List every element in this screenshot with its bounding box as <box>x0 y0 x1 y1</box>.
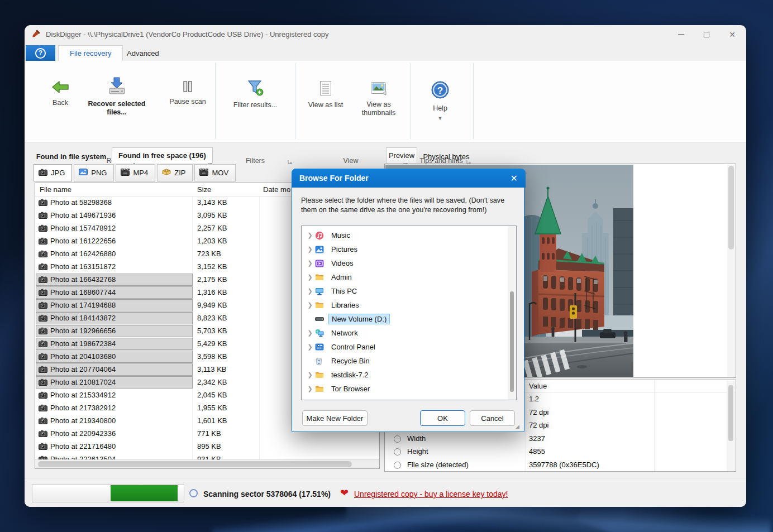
filter-results-button[interactable]: Filter results... <box>230 80 280 109</box>
maximize-button[interactable] <box>694 25 719 44</box>
menu-tabstrip: ? File recovery Advanced <box>25 45 746 61</box>
minimize-button[interactable] <box>668 25 694 44</box>
dialog-launcher-icon[interactable] <box>287 157 293 162</box>
column-header-value[interactable]: Value <box>529 382 547 390</box>
vertical-scrollbar[interactable] <box>727 381 735 471</box>
property-radio[interactable] <box>394 448 401 456</box>
chevron-right-icon[interactable]: ❯ <box>306 232 314 239</box>
recover-drive-icon <box>107 75 127 97</box>
recycle-bin-icon <box>315 357 325 365</box>
property-value: 72 dpi <box>529 421 548 429</box>
filetype-label: MOV <box>212 169 228 177</box>
chevron-right-icon[interactable]: ❯ <box>306 301 314 309</box>
dialog-title: Browse For Folder <box>299 174 501 183</box>
camera-icon <box>39 430 47 439</box>
tree-item-testdisk-7-2[interactable]: ❯testdisk-7.2 <box>302 368 516 382</box>
tree-item-videos[interactable]: ❯Videos <box>302 256 516 270</box>
tree-item-tor-browser[interactable]: ❯Tor Browser <box>302 382 516 396</box>
tree-item-admin[interactable]: ❯Admin <box>302 270 516 284</box>
tree-item-this-pc[interactable]: ❯This PC <box>302 284 516 298</box>
column-header-size[interactable]: Size <box>197 185 211 194</box>
chevron-down-icon: ▼ <box>438 116 443 121</box>
chevron-right-icon[interactable]: ❯ <box>306 343 314 351</box>
thumbnail-image-icon <box>370 81 388 98</box>
file-name: Photo at 161222656 <box>50 237 116 245</box>
tree-item-pictures[interactable]: ❯Pictures <box>302 242 516 256</box>
resize-grip[interactable]: ◢ <box>516 424 522 430</box>
tab-found-in-file-system[interactable]: Found in file system <box>31 148 111 164</box>
chevron-right-icon[interactable]: ❯ <box>306 371 314 378</box>
file-name: Photo at 192966656 <box>50 327 116 335</box>
status-bar: Scanning sector 5378064 (17.51%) ❤ Unreg… <box>25 478 746 507</box>
view-as-thumbnails-button[interactable]: View as thumbnails <box>353 81 404 117</box>
camera-icon <box>39 417 47 426</box>
property-row: Width3237 <box>385 433 736 445</box>
close-icon[interactable]: ✕ <box>501 173 518 184</box>
scrollbar-thumb[interactable] <box>728 385 733 441</box>
chevron-right-icon[interactable]: ❯ <box>306 329 314 337</box>
scrollbar-thumb[interactable] <box>38 461 352 467</box>
chevron-right-icon[interactable]: ❯ <box>306 260 314 267</box>
horizontal-scrollbar[interactable] <box>35 459 379 468</box>
property-radio[interactable] <box>394 462 401 469</box>
back-arrow-icon <box>51 80 69 96</box>
view-as-list-button[interactable]: View as list <box>302 80 349 109</box>
file-name: Photo at 184143872 <box>50 314 116 322</box>
folder-tree: ❯Music❯Pictures❯Videos❯Admin❯This PC❯Lib… <box>301 226 517 400</box>
music-icon <box>315 231 325 240</box>
chevron-right-icon[interactable]: ❯ <box>306 246 314 253</box>
file-name: Photo at 174194688 <box>50 301 116 309</box>
chevron-right-icon[interactable]: ❯ <box>306 274 314 281</box>
chevron-right-icon[interactable]: ❯ <box>306 287 314 295</box>
make-new-folder-button[interactable]: Make New Folder <box>302 410 368 426</box>
filetype-button-mov[interactable]: MOV <box>194 164 236 181</box>
tree-item-libraries[interactable]: ❯Libraries <box>302 298 516 312</box>
license-link[interactable]: Unregistered copy - buy a license key to… <box>354 490 508 499</box>
tab-found-in-free-space[interactable]: Found in free space (196) <box>112 147 213 163</box>
file-name: Photo at 217382912 <box>50 404 116 412</box>
vertical-scrollbar[interactable] <box>508 226 516 400</box>
filetype-button-mp4[interactable]: MP4 <box>116 164 155 181</box>
filetype-toolbar: JPGPNGMP4ZIPMOV <box>34 164 236 181</box>
scrollbar-thumb[interactable] <box>728 166 734 250</box>
filetype-button-zip[interactable]: ZIP <box>157 164 193 181</box>
camera-icon <box>39 250 47 259</box>
control-panel-icon <box>315 343 325 351</box>
svg-text:?: ? <box>437 85 443 96</box>
tab-preview[interactable]: Preview <box>386 147 417 163</box>
tab-physical-bytes[interactable]: Physical bytes <box>418 148 475 164</box>
close-button[interactable]: ✕ <box>719 25 745 44</box>
app-help-button[interactable]: ? <box>26 45 55 61</box>
column-header-file-name[interactable]: File name <box>40 185 71 194</box>
list-document-icon <box>318 80 333 98</box>
cancel-button[interactable]: Cancel <box>470 410 515 426</box>
file-name: Photo at 149671936 <box>50 211 116 219</box>
filetype-button-jpg[interactable]: JPG <box>34 164 72 181</box>
tree-item-new-volume-d-[interactable]: New Volume (D:) <box>302 312 516 326</box>
column-header-date-modified[interactable]: Date mo <box>263 185 290 194</box>
tab-file-recovery[interactable]: File recovery <box>58 45 123 61</box>
pause-scan-button[interactable]: Pause scan <box>165 80 210 106</box>
table-row[interactable]: Photo at 221716480895 KB <box>35 440 379 453</box>
file-size: 3,113 KB <box>197 365 227 373</box>
file-size: 723 KB <box>197 250 221 258</box>
file-name: Photo at 166432768 <box>50 275 116 284</box>
tree-item-recycle-bin[interactable]: Recycle Bin <box>302 354 516 368</box>
chevron-right-icon[interactable]: ❯ <box>306 385 314 392</box>
dialog-message: Please select the folder where the files… <box>301 196 517 215</box>
tab-advanced[interactable]: Advanced <box>116 45 170 61</box>
tree-item-music[interactable]: ❯Music <box>302 228 516 242</box>
tree-item-network[interactable]: ❯Network <box>302 326 516 340</box>
back-button[interactable]: Back <box>39 80 82 107</box>
tree-item-control-panel[interactable]: ❯Control Panel <box>302 340 516 354</box>
filetype-button-png[interactable]: PNG <box>74 164 114 181</box>
ok-button[interactable]: OK <box>420 410 465 426</box>
vertical-scrollbar[interactable] <box>727 165 735 377</box>
property-value: 3237 <box>529 434 545 443</box>
file-name: Photo at 221716480 <box>50 442 116 450</box>
spinner-icon <box>189 489 198 497</box>
scrollbar-thumb[interactable] <box>510 291 514 392</box>
recover-selected-files-button[interactable]: Recover selected files... <box>83 75 151 117</box>
property-radio[interactable] <box>394 435 401 443</box>
help-button[interactable]: ? Help ▼ <box>422 80 458 121</box>
